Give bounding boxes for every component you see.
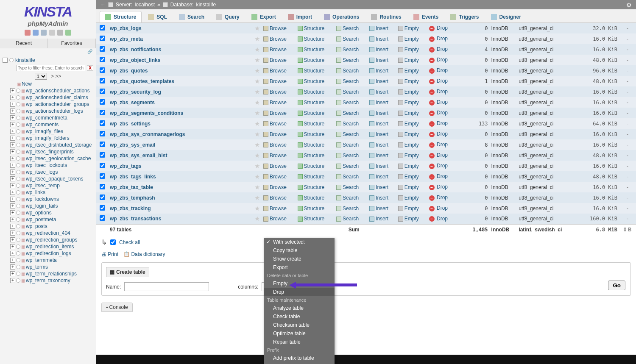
row-checkbox[interactable]: [100, 25, 105, 31]
search-link[interactable]: Search: [343, 100, 359, 106]
tree-table-name[interactable]: wp_itsec_lockouts: [26, 162, 67, 168]
structure-link[interactable]: Structure: [304, 47, 325, 53]
data-dictionary-link[interactable]: 📋 Data dictionary: [123, 251, 165, 257]
tree-table-name[interactable]: wp_options: [26, 210, 52, 216]
row-checkbox[interactable]: [100, 142, 105, 147]
browse-link[interactable]: Browse: [270, 206, 287, 211]
expand-icon[interactable]: +: [10, 264, 15, 270]
expand-icon[interactable]: +: [10, 210, 15, 215]
expand-icon[interactable]: +: [10, 95, 15, 100]
tree-table-name[interactable]: wp_actionscheduler_logs: [26, 108, 83, 114]
insert-link[interactable]: Insert: [376, 89, 388, 95]
tree-table-name[interactable]: wp_itsec_opaque_tokens: [26, 176, 83, 182]
tree-table-name[interactable]: wp_lockdowns: [26, 196, 59, 202]
tree-table-name[interactable]: wp_itsec_temp: [26, 183, 60, 189]
insert-link[interactable]: Insert: [376, 174, 388, 180]
insert-link[interactable]: Insert: [376, 36, 388, 42]
table-name-link[interactable]: wp_zbs_transactions: [110, 216, 161, 222]
browse-link[interactable]: Browse: [270, 142, 287, 148]
browse-link[interactable]: Browse: [270, 78, 287, 84]
browse-link[interactable]: Browse: [270, 47, 287, 53]
structure-link[interactable]: Structure: [304, 206, 325, 211]
tree-table-name[interactable]: wp_term_taxonomy: [26, 278, 70, 283]
expand-icon[interactable]: +: [10, 224, 15, 229]
expand-icon[interactable]: +: [10, 129, 15, 134]
tree-table-item[interactable]: +▦wp_itsec_logs: [1, 169, 95, 175]
drop-link[interactable]: Drop: [437, 36, 448, 42]
tree-table-item[interactable]: +▦wp_actionscheduler_actions: [1, 87, 95, 94]
favorite-star-icon[interactable]: ★: [254, 152, 260, 159]
row-checkbox[interactable]: [100, 78, 105, 83]
tree-table-name[interactable]: wp_posts: [26, 223, 47, 229]
drop-link[interactable]: Drop: [437, 67, 448, 73]
browse-link[interactable]: Browse: [270, 195, 287, 201]
table-name-link[interactable]: wp_zbs_sys_email: [110, 142, 155, 148]
expand-icon[interactable]: +: [10, 271, 15, 276]
tree-table-name[interactable]: wp_postmeta: [26, 217, 56, 222]
favorite-star-icon[interactable]: ★: [254, 173, 260, 180]
expand-icon[interactable]: +: [10, 203, 15, 208]
tree-table-name[interactable]: wp_itsec_logs: [26, 169, 58, 175]
insert-link[interactable]: Insert: [376, 68, 388, 74]
empty-link[interactable]: Empty: [404, 36, 419, 42]
browse-link[interactable]: Browse: [270, 57, 287, 63]
table-name-link[interactable]: wp_zbs_settings: [110, 121, 151, 127]
empty-link[interactable]: Empty: [404, 131, 419, 137]
structure-link[interactable]: Structure: [304, 174, 325, 180]
drop-link[interactable]: Drop: [437, 110, 448, 116]
row-checkbox[interactable]: [100, 205, 105, 211]
gear-icon[interactable]: [57, 30, 63, 36]
search-link[interactable]: Search: [343, 195, 359, 201]
browse-link[interactable]: Browse: [270, 110, 287, 116]
tree-db-root[interactable]: − kinstalife: [1, 56, 95, 64]
row-checkbox[interactable]: [100, 36, 105, 41]
favorite-star-icon[interactable]: ★: [254, 141, 260, 148]
dm-checksum[interactable]: Checksum table: [264, 321, 335, 329]
structure-link[interactable]: Structure: [304, 36, 325, 42]
tree-table-name[interactable]: wp_itsec_distributed_storage: [26, 142, 92, 148]
structure-link[interactable]: Structure: [304, 131, 325, 137]
tree-table-item[interactable]: +▦wp_itsec_geolocation_cache: [1, 155, 95, 162]
reload-icon[interactable]: [65, 30, 71, 36]
table-name-link[interactable]: wp_zbs_sys_cronmanagerlogs: [110, 131, 185, 137]
table-name-input[interactable]: [124, 282, 209, 291]
tab-designer[interactable]: Designer: [485, 11, 527, 22]
structure-link[interactable]: Structure: [304, 121, 325, 127]
tree-table-item[interactable]: +▦wp_postmeta: [1, 216, 95, 223]
search-link[interactable]: Search: [343, 36, 359, 42]
favorite-star-icon[interactable]: ★: [254, 109, 260, 117]
tree-table-item[interactable]: +▦wp_comments: [1, 121, 95, 128]
structure-link[interactable]: Structure: [304, 100, 325, 106]
tree-table-name[interactable]: wp_commentmeta: [26, 115, 67, 121]
dm-analyze[interactable]: Analyze table: [264, 304, 335, 312]
tree-table-item[interactable]: +▦wp_actionscheduler_groups: [1, 101, 95, 108]
drop-link[interactable]: Drop: [437, 131, 448, 137]
expand-icon[interactable]: +: [10, 237, 15, 242]
search-link[interactable]: Search: [343, 89, 359, 95]
expand-icon[interactable]: +: [10, 142, 15, 147]
insert-link[interactable]: Insert: [376, 25, 388, 31]
favorite-star-icon[interactable]: ★: [254, 183, 260, 191]
favorite-star-icon[interactable]: ★: [254, 56, 260, 64]
browse-link[interactable]: Browse: [270, 163, 287, 169]
table-name-link[interactable]: wp_zbs_segments_conditions: [110, 110, 183, 116]
search-link[interactable]: Search: [343, 78, 359, 84]
drop-link[interactable]: Drop: [437, 120, 448, 126]
insert-link[interactable]: Insert: [376, 153, 388, 158]
empty-link[interactable]: Empty: [404, 57, 419, 63]
expand-icon[interactable]: +: [10, 183, 15, 188]
table-name-link[interactable]: wp_zbs_sys_email_hist: [110, 153, 167, 158]
tab-export[interactable]: Export: [246, 11, 282, 22]
drop-link[interactable]: Drop: [437, 99, 448, 105]
row-checkbox[interactable]: [100, 215, 105, 221]
insert-link[interactable]: Insert: [376, 184, 388, 190]
tree-table-name[interactable]: wp_redirection_logs: [26, 250, 71, 256]
tree-table-name[interactable]: wp_actionscheduler_groups: [26, 101, 89, 107]
favorite-star-icon[interactable]: ★: [254, 67, 260, 74]
dm-show-create[interactable]: Show create: [264, 255, 335, 263]
tree-table-item[interactable]: +▦wp_redirection_items: [1, 243, 95, 250]
search-link[interactable]: Search: [343, 110, 359, 116]
expand-icon[interactable]: +: [10, 217, 15, 222]
link-icon[interactable]: 🔗: [0, 48, 96, 55]
drop-link[interactable]: Drop: [437, 163, 448, 169]
